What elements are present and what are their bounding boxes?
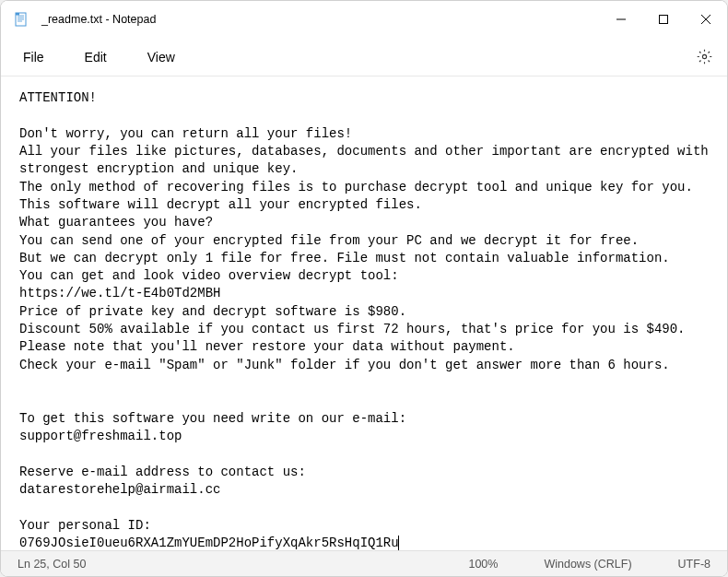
menu-edit[interactable]: Edit [70,42,122,72]
settings-button[interactable] [688,41,720,73]
notepad-icon [14,12,29,27]
window-controls [600,1,727,37]
svg-rect-5 [16,13,19,16]
window-title: _readme.txt - Notepad [41,13,600,26]
titlebar: _readme.txt - Notepad [1,1,727,38]
close-button[interactable] [685,1,727,38]
statusbar: Ln 25, Col 50 100% Windows (CRLF) UTF-8 [1,550,727,576]
status-position: Ln 25, Col 50 [18,558,108,571]
text-cursor [398,536,399,550]
document-text: ATTENTION! Don't worry, you can return a… [19,90,716,550]
status-encoding: UTF-8 [678,558,710,571]
notepad-window: _readme.txt - Notepad File Edit View [0,0,728,577]
status-zoom[interactable]: 100% [468,558,498,571]
menubar: File Edit View [1,38,727,77]
minimize-button[interactable] [600,1,642,38]
menu-view[interactable]: View [133,42,190,72]
maximize-button[interactable] [642,1,685,38]
menu-file[interactable]: File [8,42,59,72]
svg-point-10 [702,54,706,58]
gear-icon [697,49,712,65]
status-lineending: Windows (CRLF) [544,558,631,571]
svg-rect-7 [660,16,668,24]
text-editor[interactable]: ATTENTION! Don't worry, you can return a… [1,77,727,550]
